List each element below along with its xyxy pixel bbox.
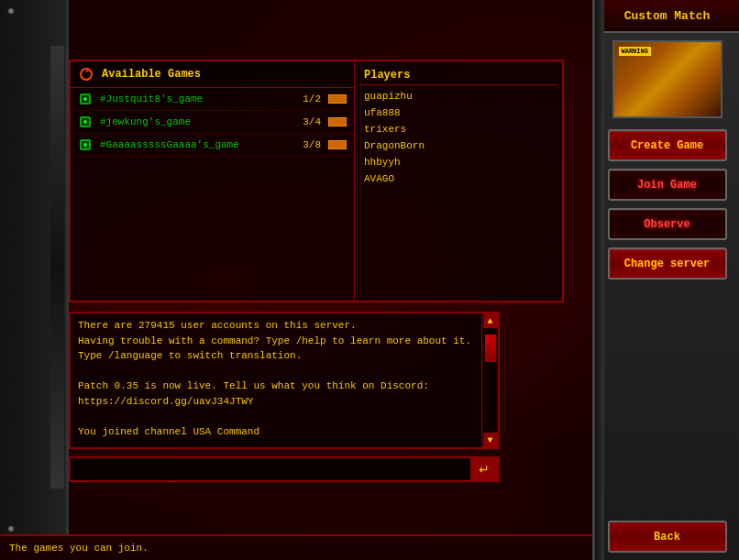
games-panel: Available Games #Justquit8's_game 1/2 [69, 60, 564, 302]
chat-line: There are 279415 user accounts on this s… [78, 318, 480, 334]
svg-point-3 [83, 97, 87, 101]
game-count-3: 3/8 [303, 139, 321, 150]
game-count-1: 1/2 [303, 93, 321, 104]
sidebar: Custom Match WARNING Create Game Join Ga… [592, 0, 739, 560]
game-bar-3 [328, 140, 347, 149]
table-row[interactable]: #GaaaasssssGaaaa's_game 3/8 [71, 134, 354, 157]
scroll-up-button[interactable]: ▲ [483, 313, 498, 328]
create-game-button[interactable]: Create Game [608, 129, 727, 161]
list-item: AVAGO [359, 170, 557, 187]
chat-line: You joined channel USA Command [78, 424, 480, 440]
map-preview: WARNING [612, 40, 722, 118]
game-bar-1 [328, 94, 347, 104]
game-icon-3 [78, 137, 93, 152]
chat-panel: There are 279415 user accounts on this s… [69, 312, 500, 449]
games-list: Available Games #Justquit8's_game 1/2 [71, 61, 355, 301]
svg-point-9 [83, 143, 87, 147]
status-text: The games you can join. [9, 543, 149, 554]
game-name-1: #Justquit8's_game [100, 93, 303, 104]
chat-input-panel: ↵ [69, 456, 500, 482]
send-button[interactable]: ↵ [470, 458, 498, 480]
status-bar: The games you can join. [0, 534, 592, 560]
list-item: hhbyyh [359, 154, 557, 170]
players-header: Players [359, 66, 557, 85]
sidebar-title: Custom Match [624, 9, 711, 23]
refresh-icon[interactable] [78, 66, 94, 82]
game-bar-2 [328, 117, 347, 126]
chat-line: Patch 0.35 is now live. Tell us what you… [78, 379, 480, 394]
chat-input[interactable] [71, 464, 470, 475]
game-name-3: #GaaaasssssGaaaa's_game [100, 139, 303, 150]
chat-line [78, 364, 480, 379]
chat-content: There are 279415 user accounts on this s… [71, 313, 498, 447]
list-item: ufa888 [359, 104, 557, 121]
game-count-2: 3/4 [303, 116, 321, 127]
main-container: Available Games #Justquit8's_game 1/2 [0, 0, 739, 560]
preview-warning-label: WARNING [619, 47, 651, 56]
game-icon-1 [78, 92, 93, 106]
back-button[interactable]: Back [608, 521, 727, 553]
list-item: guapizhu [359, 88, 557, 104]
game-icon-2 [78, 115, 93, 129]
sidebar-title-bar: Custom Match [595, 0, 739, 33]
games-header: Available Games [71, 61, 354, 88]
bolt-top-left [7, 7, 15, 15]
chat-messages: There are 279415 user accounts on this s… [78, 318, 480, 439]
scroll-thumb [485, 335, 496, 362]
game-name-2: #jewkung's_game [100, 116, 303, 127]
chat-line: Having trouble with a command? Type /hel… [78, 334, 480, 349]
scroll-track [485, 330, 496, 431]
players-panel: Players guapizhu ufa888 trixers DragonBo… [355, 61, 562, 301]
table-row[interactable]: #Justquit8's_game 1/2 [71, 88, 354, 111]
change-server-button[interactable]: Change server [608, 247, 727, 280]
bolt-bottom-left [7, 525, 15, 533]
sidebar-left-rail [595, 0, 604, 560]
observe-button[interactable]: Observe [608, 208, 727, 240]
chat-line: https://discord.gg/uavJ34JTWY [78, 394, 480, 410]
list-item: trixers [359, 121, 557, 137]
chat-line [78, 409, 480, 424]
scroll-down-button[interactable]: ▼ [483, 433, 498, 447]
games-header-label: Available Games [102, 68, 201, 81]
list-item: DragonBorn [359, 137, 557, 154]
svg-point-6 [83, 120, 87, 124]
content-area: Available Games #Justquit8's_game 1/2 [0, 0, 592, 560]
join-game-button[interactable]: Join Game [608, 169, 727, 201]
chat-line: Type /language to switch translation. [78, 348, 480, 364]
chat-scrollbar: ▲ ▼ [481, 313, 498, 447]
table-row[interactable]: #jewkung's_game 3/4 [71, 111, 354, 134]
